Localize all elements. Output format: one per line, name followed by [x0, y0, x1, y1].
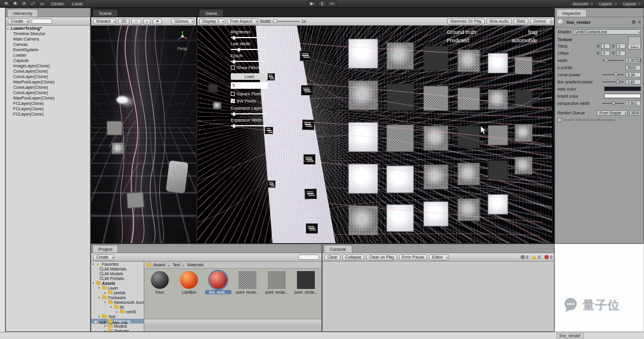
favorites-item[interactable]: All Models	[91, 271, 144, 276]
hierarchy-item[interactable]: MaxPoolLayer(Clone)	[6, 95, 90, 101]
game-scale-slider[interactable]	[273, 21, 300, 22]
console-log-area[interactable]	[323, 262, 554, 332]
hierarchy-create-dropdown[interactable]: Create	[8, 18, 29, 24]
hierarchy-item[interactable]: ConvLayer(Clone)	[6, 69, 90, 74]
account-dropdown[interactable]: Account	[569, 1, 594, 7]
expansion-width-slider[interactable]	[231, 125, 267, 126]
hierarchy-item[interactable]: ImageLayer(Clone)	[6, 63, 90, 69]
chevron-down-icon[interactable]: ▾	[6, 27, 10, 30]
warning-count[interactable]: 0	[532, 255, 540, 259]
mute-audio-toggle[interactable]: Mute Audio	[487, 18, 512, 24]
hierarchy-item[interactable]: Capsule	[6, 58, 90, 63]
move-tool-icon[interactable]: ✚	[11, 1, 19, 7]
tab-game[interactable]: Game	[199, 9, 224, 17]
asset-lightbox[interactable]: LightBox	[176, 271, 202, 294]
error-count[interactable]: 0	[544, 255, 552, 259]
editor-dropdown[interactable]: Editor	[429, 254, 448, 260]
layers-dropdown[interactable]: Layers	[596, 1, 618, 7]
epoch-input[interactable]	[231, 82, 268, 89]
npoints-field[interactable]: 3500	[626, 65, 641, 70]
tree-folder[interactable]: ▾Newtonsoft Json 13.0.2	[91, 300, 144, 304]
hierarchy-item[interactable]: ConvLayer(Clone)	[6, 85, 90, 90]
space-toggle[interactable]: Local	[69, 1, 85, 7]
scene-capsule-object[interactable]	[166, 160, 188, 194]
2d-toggle[interactable]: 2D	[118, 18, 129, 24]
hierarchy-item[interactable]: EventSystem	[6, 47, 90, 52]
scene-effects-icon[interactable]: ✦	[153, 18, 162, 24]
tree-folder[interactable]: ▸net45	[91, 309, 144, 314]
rect-tool-icon[interactable]: ▭	[38, 1, 46, 7]
clear-button[interactable]: Clear	[324, 254, 340, 260]
gear-icon[interactable]: ⚙	[631, 20, 636, 25]
tree-folder[interactable]: ▾Test	[91, 314, 144, 319]
hierarchy-item[interactable]: Canvas	[6, 42, 90, 47]
render-queue-dropdown[interactable]: From Shader	[597, 110, 627, 116]
tree-folder[interactable]: ▾Packages	[91, 295, 144, 300]
hierarchy-item[interactable]: FCLayer(Clone)	[6, 106, 90, 111]
scene-viewport[interactable]: Persp	[91, 26, 196, 244]
hierarchy-item[interactable]: FCLayer(Clone)	[6, 101, 90, 106]
asset-line-render[interactable]: line_rend...	[205, 271, 231, 294]
shading-mode-dropdown[interactable]: Shaded	[93, 18, 116, 24]
bw-pixels-checkbox[interactable]	[231, 99, 235, 103]
line-gradient-power-field[interactable]: 3.82	[626, 79, 641, 85]
tiling-x-field[interactable]: 1	[601, 43, 610, 49]
rotate-tool-icon[interactable]: ⟳	[20, 1, 28, 7]
maximize-on-play-toggle[interactable]: Maximize On Play	[447, 18, 484, 24]
info-count[interactable]: 0	[521, 255, 528, 259]
breadcrumb-materials[interactable]: Materials	[187, 263, 204, 267]
hierarchy-item[interactable]: Loader	[6, 52, 90, 58]
hierarchy-item[interactable]: Timeline Director	[6, 31, 90, 36]
stats-toggle[interactable]: Stats	[513, 18, 528, 24]
tab-hierarchy[interactable]: Hierarchy	[7, 9, 38, 17]
perspective-width-slider[interactable]	[602, 103, 624, 104]
pivot-toggle[interactable]: Center	[48, 1, 67, 7]
scene-gizmos-dropdown[interactable]: Gizmos	[171, 18, 194, 24]
asset-point-render[interactable]: point_rende...	[264, 271, 290, 294]
favorites-row[interactable]: ▾★Favorites	[91, 262, 144, 266]
asset-point-render[interactable]: point_rende...	[293, 271, 319, 294]
favorites-item[interactable]: All Prefabs	[91, 276, 144, 281]
hierarchy-item[interactable]: FCLayer(Clone)	[6, 111, 90, 117]
clear-on-play-button[interactable]: Clear on Play	[366, 254, 397, 260]
show-filters-checkbox[interactable]	[231, 66, 235, 70]
scale-tool-icon[interactable]: ⤢	[29, 1, 37, 7]
offset-y-field[interactable]: 0	[617, 51, 626, 56]
tab-console[interactable]: Console	[324, 245, 352, 253]
texture-select-button[interactable]: Select	[628, 45, 640, 49]
step-button[interactable]: ↦	[327, 1, 337, 7]
game-gizmos-dropdown[interactable]: Gizmos	[530, 18, 552, 24]
game-viewport[interactable]: Brightness Line Width Epoch Show Filters…	[197, 26, 554, 244]
tree-folder[interactable]: ▾Assets	[91, 281, 144, 285]
hierarchy-item[interactable]: ConvLayer(Clone)	[6, 74, 90, 79]
pause-button[interactable]: ∥	[317, 1, 327, 7]
tab-project[interactable]: Project	[92, 245, 118, 253]
project-search-input[interactable]	[298, 254, 320, 260]
brightness-slider[interactable]	[231, 37, 267, 38]
bright-color-swatch[interactable]	[604, 94, 641, 98]
error-pause-button[interactable]: Error Pause	[399, 254, 427, 260]
curve-power-slider[interactable]	[602, 74, 624, 75]
dark-color-swatch[interactable]	[604, 86, 641, 91]
render-queue-value[interactable]: 3000	[629, 110, 641, 116]
display-dropdown[interactable]: Display 1	[199, 18, 225, 24]
play-button[interactable]: ▶	[307, 1, 317, 7]
offset-x-field[interactable]: 0	[601, 51, 610, 56]
tree-folder[interactable]: ▸prefab	[91, 290, 144, 295]
scene-orientation-gizmo[interactable]: Persp	[175, 29, 190, 51]
menu-icon[interactable]: ≡	[638, 20, 641, 25]
epoch-slider[interactable]	[231, 61, 267, 62]
line-gradient-power-slider[interactable]	[602, 82, 624, 82]
width-field[interactable]: 0.00752	[626, 58, 641, 63]
tree-folder[interactable]: ▾lib	[91, 304, 144, 309]
dsgi-checkbox[interactable]	[558, 118, 562, 122]
hierarchy-item[interactable]: Main Camera	[6, 36, 90, 42]
hierarchy-search-input[interactable]	[31, 18, 52, 24]
hierarchy-item[interactable]: MaxPoolLayer(Clone)	[6, 79, 90, 85]
pan-tool-icon[interactable]: ✜	[2, 1, 10, 7]
aspect-dropdown[interactable]: Free Aspect	[227, 18, 258, 24]
favorites-item[interactable]: All Materials	[91, 266, 144, 271]
curve-power-field[interactable]: 3.34	[626, 72, 641, 77]
tree-folder[interactable]: ▾Layer	[91, 285, 144, 290]
hierarchy-item[interactable]: ConvLayer(Clone)	[6, 90, 90, 95]
